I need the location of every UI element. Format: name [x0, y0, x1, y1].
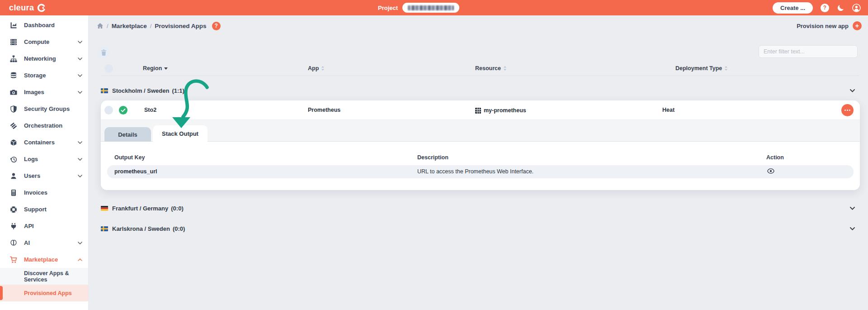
detail-tab-strip: Details Stack Output	[101, 120, 860, 142]
row-checkbox[interactable]	[104, 106, 113, 114]
column-header-deployment-type[interactable]: Deployment Type	[675, 65, 728, 72]
sidebar-item-support[interactable]: Support	[0, 201, 88, 218]
delete-selected-button[interactable]	[98, 46, 110, 58]
sidebar-item-security-groups[interactable]: Security Groups	[0, 100, 88, 117]
germany-flag-icon	[101, 206, 108, 211]
shopping-cart-icon	[9, 256, 18, 263]
sort-icon	[724, 66, 728, 71]
create-button[interactable]: Create ...	[773, 2, 813, 14]
breadcrumb-marketplace[interactable]: Marketplace	[112, 23, 147, 29]
app-row-prometheus[interactable]: Sto2 Prometheus my-prometheus Heat	[101, 100, 860, 120]
sidebar-item-images[interactable]: Images	[0, 84, 88, 100]
tab-details[interactable]: Details	[104, 127, 151, 142]
sweden-flag-icon	[101, 88, 108, 93]
sidebar-item-orchestration[interactable]: Orchestration	[0, 117, 88, 134]
project-value-pill[interactable]	[402, 3, 459, 13]
main-content: / Marketplace / Provisioned Apps ? Provi…	[89, 15, 868, 310]
expand-group-chevron-icon[interactable]	[850, 227, 855, 230]
sidebar-item-ai[interactable]: AI	[0, 234, 88, 251]
cleura-logo[interactable]: cleura	[0, 3, 46, 13]
dark-mode-moon-icon[interactable]	[837, 4, 844, 12]
life-ring-icon	[9, 206, 18, 213]
sidebar-item-dashboard[interactable]: Dashboard	[0, 17, 88, 33]
provision-new-app-button[interactable]: Provision new app +	[797, 21, 862, 30]
sidebar-subitem-provisioned-apps[interactable]: Provisioned Apps	[0, 285, 88, 301]
sidebar-item-networking[interactable]: Networking	[0, 50, 88, 67]
sidebar-item-invoices[interactable]: Invoices	[0, 184, 88, 201]
sidebar-item-logs[interactable]: Logs	[0, 151, 88, 167]
redacted-project-name	[408, 5, 454, 10]
help-icon[interactable]: ?	[821, 4, 829, 12]
breadcrumb-separator: /	[107, 23, 108, 29]
topbar-actions: Create ... ?	[773, 2, 868, 14]
sidebar-item-users[interactable]: Users	[0, 167, 88, 184]
network-icon	[9, 55, 18, 62]
collapse-group-chevron-icon[interactable]	[850, 89, 855, 92]
filter-input[interactable]	[759, 45, 858, 58]
sidebar-item-label: Support	[24, 206, 47, 213]
active-indicator-bar	[0, 286, 3, 300]
sidebar-item-compute[interactable]: Compute	[0, 33, 88, 50]
logo-text: cleura	[9, 3, 34, 13]
chevron-down-icon	[78, 41, 82, 43]
sort-desc-icon	[164, 67, 168, 70]
cell-resource: my-prometheus	[475, 107, 526, 114]
server-icon	[9, 38, 18, 46]
breadcrumb-provisioned-apps[interactable]: Provisioned Apps	[155, 23, 206, 29]
sidebar-item-containers[interactable]: Containers	[0, 134, 88, 151]
region-group-frankfurt[interactable]: Frankfurt / Germany (0:0)	[101, 200, 859, 216]
page-help-icon[interactable]: ?	[212, 22, 221, 30]
cell-region: Sto2	[144, 100, 156, 120]
sidebar-item-label: Images	[24, 89, 44, 95]
chevron-down-icon	[78, 242, 82, 244]
group-name: Frankfurt / Germany	[112, 205, 168, 212]
sidebar-item-label: Containers	[24, 139, 55, 146]
stack-resource-icon	[475, 108, 481, 114]
sweden-flag-icon	[101, 226, 108, 231]
column-header-region[interactable]: Region	[143, 65, 168, 72]
top-bar: cleura Project Create ... ?	[0, 0, 868, 15]
view-output-eye-icon[interactable]	[767, 168, 774, 174]
row-actions-menu-button[interactable]	[841, 104, 854, 116]
sort-icon	[321, 66, 325, 71]
project-label: Project	[378, 5, 398, 11]
chevron-down-icon	[78, 175, 82, 177]
sidebar-item-storage[interactable]: Storage	[0, 67, 88, 84]
sidebar-item-label: Logs	[24, 156, 38, 162]
table-header-row: Region App Resource Deployment Type	[101, 62, 859, 76]
sidebar-item-label: Security Groups	[24, 105, 70, 112]
sidebar-item-label: Dashboard	[24, 22, 55, 29]
project-selector: Project	[378, 3, 459, 13]
sidebar-subitem-label: Provisioned Apps	[24, 290, 72, 296]
brain-icon	[9, 239, 18, 247]
sidebar-item-label: AI	[24, 239, 30, 246]
home-icon[interactable]	[97, 23, 104, 29]
column-header-resource[interactable]: Resource	[475, 65, 507, 72]
sidebar-item-marketplace[interactable]: Marketplace	[0, 251, 88, 268]
sidebar-item-label: Storage	[24, 72, 46, 79]
plug-icon	[9, 223, 18, 230]
provision-new-app-label: Provision new app	[797, 23, 849, 29]
status-ok-icon	[119, 106, 127, 116]
group-name: Karlskrona / Sweden	[112, 225, 170, 232]
group-count: (0:0)	[171, 205, 183, 212]
region-group-karlskrona[interactable]: Karlskrona / Sweden (0:0)	[101, 221, 859, 236]
expand-group-chevron-icon[interactable]	[850, 207, 855, 210]
select-all-checkbox[interactable]	[104, 64, 113, 73]
history-clock-icon	[9, 156, 18, 163]
user-account-icon[interactable]	[852, 4, 861, 12]
chevron-down-icon	[78, 91, 82, 94]
camera-icon	[9, 89, 18, 96]
region-group-stockholm[interactable]: Stockholm / Sweden (1:1)	[101, 83, 859, 98]
sidebar-item-label: Compute	[24, 38, 49, 45]
sidebar-subitem-discover-apps[interactable]: Discover Apps & Services	[0, 268, 88, 285]
sidebar-item-label: Orchestration	[24, 122, 62, 129]
cube-icon	[9, 139, 18, 146]
sidebar-item-api[interactable]: API	[0, 218, 88, 234]
plus-icon: +	[853, 21, 862, 30]
column-header-app[interactable]: App	[308, 65, 325, 72]
tab-stack-output[interactable]: Stack Output	[153, 125, 208, 142]
group-count: (0:0)	[173, 225, 185, 232]
database-icon	[9, 72, 18, 79]
output-description: URL to access the Prometheus Web Interfa…	[417, 165, 533, 178]
